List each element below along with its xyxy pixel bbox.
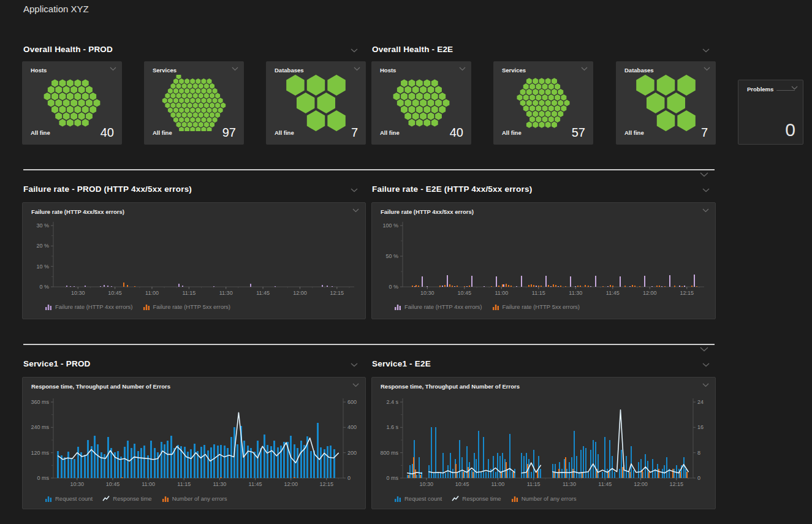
legend-bars-icon bbox=[394, 303, 401, 310]
legend-item[interactable]: Failure rate (HTTP 5xx errors) bbox=[492, 303, 580, 310]
health-tile-services-prod[interactable]: Services All fine 97 bbox=[144, 61, 244, 145]
section-header-failure-e2e[interactable]: Failure rate - E2E (HTTP 4xx/5xx errors) bbox=[372, 184, 532, 194]
svg-text:8: 8 bbox=[697, 450, 700, 456]
legend-item[interactable]: Request count bbox=[45, 495, 93, 502]
chart-canvas[interactable]: 0 ms800 ms1.6 s2.4 s08162410:3010:4511:0… bbox=[372, 393, 716, 492]
chevron-down-icon[interactable] bbox=[702, 188, 710, 192]
legend-item[interactable]: Failure rate (HTTP 4xx errors) bbox=[394, 303, 482, 310]
health-tile-hosts-prod[interactable]: Hosts All fine 40 bbox=[22, 61, 122, 145]
svg-text:11:00: 11:00 bbox=[142, 481, 155, 487]
tile-title: Services bbox=[502, 67, 526, 74]
chevron-down-icon[interactable] bbox=[791, 86, 798, 90]
svg-text:12:15: 12:15 bbox=[680, 290, 694, 296]
svg-text:240 ms: 240 ms bbox=[31, 424, 49, 430]
svg-text:0 ms: 0 ms bbox=[386, 475, 398, 481]
svg-text:11:15: 11:15 bbox=[532, 290, 545, 296]
health-tile-databases-e2e[interactable]: Databases All fine 7 bbox=[616, 61, 716, 145]
svg-text:10:45: 10:45 bbox=[108, 290, 122, 296]
chevron-down-icon[interactable] bbox=[232, 67, 238, 71]
honeycomb-cluster bbox=[144, 75, 244, 131]
chevron-down-icon[interactable] bbox=[352, 383, 359, 387]
chart-tile-failure-e2e[interactable]: Failure rate (HTTP 4xx/5xx errors) 0 %50… bbox=[371, 202, 716, 319]
dashboard: { "title": "Application XYZ", "sections"… bbox=[0, 0, 812, 524]
chevron-down-icon[interactable] bbox=[351, 188, 358, 192]
chart-title: Failure rate (HTTP 4xx/5xx errors) bbox=[31, 208, 124, 215]
legend-label: Number of any errors bbox=[522, 495, 577, 502]
problems-count: 0 bbox=[785, 120, 795, 140]
legend-label: Failure rate (HTTP 4xx errors) bbox=[55, 303, 133, 310]
chevron-down-icon[interactable] bbox=[702, 48, 710, 53]
svg-text:12:15: 12:15 bbox=[670, 481, 684, 487]
status-label: All fine bbox=[380, 129, 400, 136]
chart-tile-service-prod[interactable]: Response time, Throughput and Number of … bbox=[22, 377, 366, 509]
chevron-down-icon[interactable] bbox=[702, 208, 709, 213]
tile-title: Hosts bbox=[31, 67, 47, 74]
chevron-down-icon[interactable] bbox=[702, 363, 710, 367]
svg-text:11:15: 11:15 bbox=[527, 481, 541, 487]
legend-label: Request count bbox=[55, 495, 93, 502]
section-header-service-prod[interactable]: Service1 - PROD bbox=[23, 359, 91, 368]
legend-item[interactable]: Failure rate (HTTP 5xx errors) bbox=[143, 303, 231, 310]
svg-text:16: 16 bbox=[697, 424, 704, 430]
section-header-failure-prod[interactable]: Failure rate - PROD (HTTP 4xx/5xx errors… bbox=[23, 184, 192, 194]
legend-label: Response time bbox=[113, 495, 151, 502]
section-header-health-e2e[interactable]: Overall Health - E2E bbox=[372, 45, 453, 54]
svg-text:100 %: 100 % bbox=[382, 222, 398, 229]
count-value: 7 bbox=[351, 126, 358, 140]
svg-text:24: 24 bbox=[697, 399, 704, 405]
chart-canvas[interactable]: 0 %10 %20 %30 %10:3010:4511:0011:1511:30… bbox=[23, 219, 366, 301]
legend-item[interactable]: Failure rate (HTTP 4xx errors) bbox=[45, 303, 133, 310]
problems-tile[interactable]: Problems 0 bbox=[738, 80, 803, 145]
legend-bars-icon bbox=[394, 495, 401, 502]
count-value: 40 bbox=[450, 126, 463, 140]
page-title: Application XYZ bbox=[23, 4, 89, 14]
svg-text:20 %: 20 % bbox=[36, 243, 49, 249]
chevron-down-icon[interactable] bbox=[351, 48, 358, 53]
chevron-down-icon[interactable] bbox=[354, 67, 360, 71]
chart-tile-failure-prod[interactable]: Failure rate (HTTP 4xx/5xx errors) 0 %10… bbox=[22, 202, 366, 319]
section-header-service-e2e[interactable]: Service1 - E2E bbox=[372, 359, 431, 368]
svg-text:10:30: 10:30 bbox=[70, 481, 85, 487]
chevron-down-icon[interactable] bbox=[581, 67, 588, 71]
honeycomb-cluster bbox=[266, 75, 366, 131]
count-value: 97 bbox=[222, 126, 236, 140]
chevron-down-icon[interactable] bbox=[700, 172, 708, 177]
health-tile-databases-prod[interactable]: Databases All fine 7 bbox=[266, 61, 366, 145]
chevron-down-icon[interactable] bbox=[459, 67, 466, 71]
legend-bars-icon bbox=[143, 303, 150, 310]
legend-item[interactable]: Number of any errors bbox=[162, 495, 227, 502]
svg-text:30 %: 30 % bbox=[36, 222, 49, 229]
tile-title: Hosts bbox=[380, 67, 396, 74]
svg-text:0 %: 0 % bbox=[389, 284, 398, 290]
legend-item[interactable]: Response time bbox=[102, 495, 151, 502]
svg-text:10:30: 10:30 bbox=[420, 481, 434, 487]
chevron-down-icon[interactable] bbox=[702, 383, 709, 387]
chevron-down-icon[interactable] bbox=[352, 208, 359, 213]
chevron-down-icon[interactable] bbox=[110, 67, 116, 71]
legend-bars-icon bbox=[162, 495, 169, 502]
chevron-down-icon[interactable] bbox=[704, 67, 710, 71]
legend-item[interactable]: Number of any errors bbox=[511, 495, 577, 502]
legend-label: Number of any errors bbox=[172, 495, 227, 502]
chart-title: Failure rate (HTTP 4xx/5xx errors) bbox=[381, 208, 474, 215]
legend-item[interactable]: Request count bbox=[394, 495, 442, 502]
chart-canvas[interactable]: 0 ms120 ms240 ms360 ms020040060010:3010:… bbox=[23, 393, 366, 492]
status-label: All fine bbox=[502, 129, 522, 136]
legend-item[interactable]: Response time bbox=[452, 495, 501, 502]
chart-tile-service-e2e[interactable]: Response time, Throughput and Number of … bbox=[371, 377, 716, 509]
legend-bars-icon bbox=[511, 495, 518, 502]
chart-title: Response time, Throughput and Number of … bbox=[31, 383, 170, 390]
chart-canvas[interactable]: 0 %50 %100 %10:3010:4511:0011:1511:3011:… bbox=[372, 219, 716, 301]
chevron-down-icon[interactable] bbox=[351, 363, 358, 367]
svg-text:11:15: 11:15 bbox=[177, 481, 191, 487]
health-tile-hosts-e2e[interactable]: Hosts All fine 40 bbox=[371, 61, 471, 145]
svg-text:0 %: 0 % bbox=[39, 284, 49, 290]
problems-trend-dash bbox=[776, 90, 795, 91]
section-divider bbox=[23, 344, 715, 345]
svg-text:0: 0 bbox=[347, 475, 351, 481]
chevron-down-icon[interactable] bbox=[700, 347, 708, 352]
health-tile-services-e2e[interactable]: Services All fine 57 bbox=[493, 61, 593, 145]
section-header-health-prod[interactable]: Overall Health - PROD bbox=[23, 45, 113, 54]
count-value: 7 bbox=[701, 126, 708, 140]
svg-text:11:00: 11:00 bbox=[491, 481, 504, 487]
